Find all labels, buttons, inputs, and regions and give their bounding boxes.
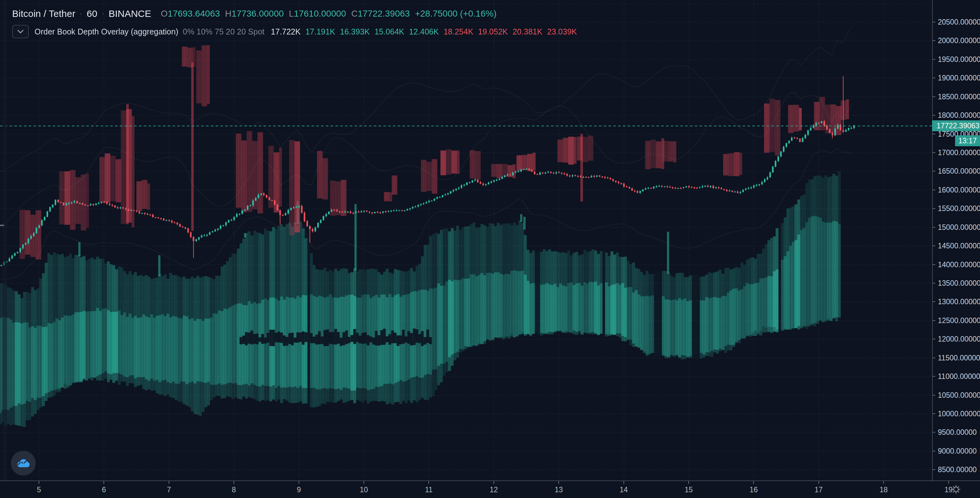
price-axis-label: 13000.00000 bbox=[938, 298, 980, 306]
price-axis[interactable]: 20500.0000020000.0000019500.0000019000.0… bbox=[932, 0, 980, 481]
price-axis-label: 13500.00000 bbox=[938, 279, 980, 288]
separator-dot: · bbox=[101, 10, 105, 18]
time-axis-label: 16 bbox=[750, 485, 758, 494]
price-axis-tick bbox=[933, 208, 935, 209]
price-axis-label: 20500.00000 bbox=[938, 18, 980, 27]
indicator-values: 17.722K17.191K16.393K15.064K12.406K18.25… bbox=[271, 27, 577, 36]
time-axis-tick bbox=[493, 481, 494, 484]
time-axis-label: 17 bbox=[815, 485, 823, 494]
indicator-value: 19.052K bbox=[478, 27, 508, 36]
time-axis-label: 10 bbox=[360, 485, 368, 494]
price-axis-label: 12000.00000 bbox=[938, 335, 980, 344]
price-axis-tick bbox=[933, 301, 935, 302]
price-axis-tick bbox=[933, 432, 935, 433]
publish-idea-button[interactable] bbox=[11, 451, 36, 476]
time-axis-tick bbox=[688, 481, 689, 484]
time-axis[interactable]: 5678910111213141516171819 bbox=[0, 481, 980, 498]
price-axis-label: 11000.00000 bbox=[938, 372, 980, 381]
price-axis-label: 18000.00000 bbox=[938, 111, 980, 120]
exchange-label[interactable]: BINANCE bbox=[108, 8, 151, 19]
price-axis-tick bbox=[933, 339, 935, 339]
price-axis-label: 16500.00000 bbox=[938, 167, 980, 176]
price-axis-label: 12500.00000 bbox=[938, 316, 980, 325]
indicator-params: 0% 10% 75 20 20 Spot bbox=[183, 27, 264, 36]
price-axis-tick bbox=[933, 283, 935, 284]
symbol-row: Bitcoin / Tether · 60 · BINANCE O17693.6… bbox=[12, 8, 577, 19]
time-axis-tick bbox=[169, 481, 169, 484]
price-axis-tick bbox=[933, 376, 935, 377]
time-axis-tick bbox=[234, 481, 234, 484]
price-axis-tick bbox=[933, 395, 935, 395]
time-axis-tick bbox=[753, 481, 754, 484]
price-chart-canvas[interactable] bbox=[0, 0, 932, 481]
time-axis-tick bbox=[558, 481, 559, 484]
price-axis-tick bbox=[933, 190, 935, 190]
time-axis-tick bbox=[818, 481, 819, 484]
price-axis-label: 9500.00000 bbox=[938, 428, 977, 437]
price-axis-label: 14000.00000 bbox=[938, 260, 980, 269]
current-price-label: 17722.39063 bbox=[932, 121, 980, 131]
left-toolbar-edge bbox=[3, 0, 7, 481]
price-axis-label: 10000.00000 bbox=[938, 409, 980, 418]
time-axis-tick bbox=[39, 481, 39, 484]
price-axis-tick bbox=[933, 78, 935, 78]
price-axis-label: 8500.00000 bbox=[938, 465, 977, 474]
time-axis-label: 8 bbox=[232, 485, 236, 494]
price-axis-label: 10500.00000 bbox=[938, 391, 980, 400]
time-axis-tick bbox=[883, 481, 884, 484]
price-axis-tick bbox=[933, 246, 935, 246]
price-axis-label: 15500.00000 bbox=[938, 204, 980, 213]
time-axis-label: 7 bbox=[167, 485, 171, 494]
price-axis-tick bbox=[933, 40, 935, 41]
ohlc-item: L17610.00000 bbox=[289, 9, 346, 19]
separator-dot: · bbox=[79, 10, 83, 18]
indicator-value: 18.254K bbox=[444, 27, 473, 36]
trading-chart-app: Bitcoin / Tether · 60 · BINANCE O17693.6… bbox=[0, 0, 980, 498]
price-axis-tick bbox=[933, 413, 935, 414]
time-axis-tick bbox=[428, 481, 429, 484]
time-axis-tick bbox=[364, 481, 364, 484]
time-axis-label: 14 bbox=[620, 485, 628, 494]
time-axis-label: 6 bbox=[102, 485, 106, 494]
ohlc-item: O17693.64063 bbox=[161, 9, 220, 19]
indicator-row: Order Book Depth Overlay (aggregation) 0… bbox=[12, 25, 577, 38]
time-axis-label: 11 bbox=[425, 485, 433, 494]
indicator-value: 15.064K bbox=[374, 27, 404, 36]
price-axis-label: 16000.00000 bbox=[938, 186, 980, 194]
price-axis-label: 11500.00000 bbox=[938, 354, 980, 362]
symbol-title[interactable]: Bitcoin / Tether bbox=[12, 8, 75, 19]
time-axis-label: 18 bbox=[880, 485, 888, 494]
price-axis-tick bbox=[933, 358, 935, 358]
price-axis-tick bbox=[933, 320, 935, 321]
indicator-name[interactable]: Order Book Depth Overlay (aggregation) bbox=[35, 27, 178, 36]
time-axis-tick bbox=[103, 481, 104, 484]
time-axis-label: 5 bbox=[37, 485, 41, 494]
price-axis-label: 9000.00000 bbox=[938, 447, 977, 455]
cloud-chart-icon bbox=[16, 458, 31, 469]
price-axis-label: 15000.00000 bbox=[938, 223, 980, 232]
indicator-value: 23.039K bbox=[547, 27, 577, 36]
price-axis-tick bbox=[933, 97, 935, 97]
interval-label[interactable]: 60 bbox=[87, 8, 97, 19]
time-axis-tick bbox=[299, 481, 299, 484]
chart-header: Bitcoin / Tether · 60 · BINANCE O17693.6… bbox=[12, 8, 577, 38]
left-scale-tick bbox=[0, 225, 4, 226]
time-axis-tick bbox=[948, 481, 949, 484]
indicator-value: 16.393K bbox=[340, 27, 369, 36]
time-axis-label: 15 bbox=[684, 485, 693, 494]
price-axis-tick bbox=[933, 134, 935, 135]
axis-settings-button[interactable] bbox=[949, 483, 963, 495]
ohlc-item: H17736.00000 bbox=[225, 9, 284, 19]
time-axis-label: 13 bbox=[555, 485, 563, 494]
ohlc-item: C17722.39063 bbox=[351, 9, 410, 19]
price-axis-label: 19000.00000 bbox=[938, 74, 980, 82]
price-axis-label: 14500.00000 bbox=[938, 242, 980, 250]
price-change: +28.75000 (+0.16%) bbox=[415, 9, 496, 19]
time-axis-tick bbox=[624, 481, 624, 484]
price-axis-tick bbox=[933, 227, 935, 228]
price-axis-tick bbox=[933, 115, 935, 116]
indicator-collapse-button[interactable] bbox=[12, 25, 29, 38]
price-axis-label: 17000.00000 bbox=[938, 148, 980, 157]
price-axis-tick bbox=[933, 59, 935, 60]
indicator-value: 12.406K bbox=[409, 27, 439, 36]
